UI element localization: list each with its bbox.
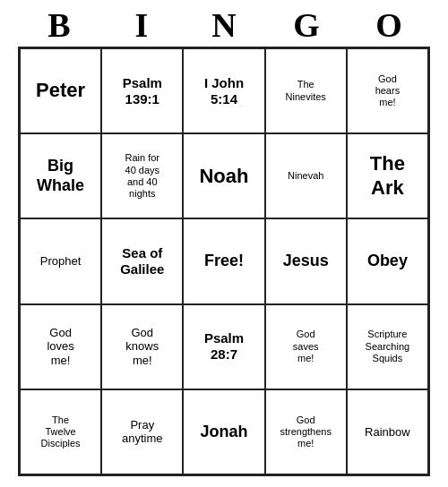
header-letter-b: B <box>20 5 99 45</box>
cell-text-12: Free! <box>204 252 244 271</box>
cell-text-24: Rainbow <box>365 425 410 440</box>
cell-text-20: The Twelve Disciples <box>41 414 81 450</box>
header-letter-g: G <box>267 5 346 45</box>
cell-text-16: God knows me! <box>125 326 159 368</box>
cell-text-2: I John 5:14 <box>204 75 244 107</box>
bingo-cell-3[interactable]: The Ninevites <box>265 48 347 133</box>
cell-text-21: Pray anytime <box>122 418 163 446</box>
bingo-cell-0[interactable]: Peter <box>20 48 101 133</box>
bingo-cell-16[interactable]: God knows me! <box>101 304 183 389</box>
bingo-cell-7[interactable]: Noah <box>183 133 264 218</box>
cell-text-17: Psalm 28:7 <box>204 330 244 363</box>
cell-text-3: The Ninevites <box>286 79 326 102</box>
cell-text-5: Big Whale <box>37 157 84 195</box>
cell-text-10: Prophet <box>40 254 82 269</box>
cell-text-8: Ninevah <box>288 170 323 182</box>
bingo-cell-9[interactable]: The Ark <box>347 133 428 218</box>
cell-text-4: God hears me! <box>375 73 401 109</box>
bingo-cell-19[interactable]: Scripture Searching Squids <box>347 304 428 389</box>
cell-text-23: God strengthens me! <box>280 414 331 450</box>
header-letter-i: I <box>102 5 181 45</box>
bingo-cell-13[interactable]: Jesus <box>265 218 347 303</box>
header-letter-n: N <box>185 5 263 45</box>
bingo-cell-8[interactable]: Ninevah <box>265 133 347 218</box>
bingo-cell-1[interactable]: Psalm 139:1 <box>101 48 183 133</box>
bingo-cell-18[interactable]: God saves me! <box>265 304 347 389</box>
cell-text-19: Scripture Searching Squids <box>366 329 410 364</box>
bingo-cell-12[interactable]: Free! <box>183 218 264 303</box>
cell-text-15: God loves me! <box>47 326 73 368</box>
cell-text-22: Jonah <box>200 423 247 442</box>
bingo-cell-14[interactable]: Obey <box>347 218 428 303</box>
bingo-cell-15[interactable]: God loves me! <box>20 304 101 389</box>
bingo-cell-5[interactable]: Big Whale <box>20 133 101 218</box>
cell-text-0: Peter <box>36 79 85 102</box>
cell-text-14: Obey <box>367 252 408 271</box>
bingo-cell-2[interactable]: I John 5:14 <box>183 48 264 133</box>
cell-text-9: The Ark <box>370 152 405 200</box>
bingo-cell-20[interactable]: The Twelve Disciples <box>20 389 101 474</box>
cell-text-7: Noah <box>199 165 248 188</box>
bingo-cell-4[interactable]: God hears me! <box>347 48 428 133</box>
cell-text-18: God saves me! <box>293 329 319 364</box>
cell-text-13: Jesus <box>283 252 329 271</box>
cell-text-6: Rain for 40 days and 40 nights <box>125 152 160 200</box>
bingo-cell-23[interactable]: God strengthens me! <box>265 389 347 474</box>
bingo-cell-10[interactable]: Prophet <box>20 218 101 303</box>
bingo-cell-6[interactable]: Rain for 40 days and 40 nights <box>101 133 183 218</box>
cell-text-11: Sea of Galilee <box>120 245 164 278</box>
bingo-cell-21[interactable]: Pray anytime <box>101 389 183 474</box>
bingo-cell-17[interactable]: Psalm 28:7 <box>183 304 264 389</box>
header-letter-o: O <box>349 5 428 45</box>
cell-text-1: Psalm 139:1 <box>123 75 162 107</box>
bingo-cell-11[interactable]: Sea of Galilee <box>101 218 183 303</box>
bingo-grid: PeterPsalm 139:1I John 5:14The Ninevites… <box>18 47 430 476</box>
bingo-header: B I N G O <box>18 0 430 47</box>
bingo-cell-22[interactable]: Jonah <box>183 389 264 474</box>
bingo-cell-24[interactable]: Rainbow <box>347 389 428 474</box>
